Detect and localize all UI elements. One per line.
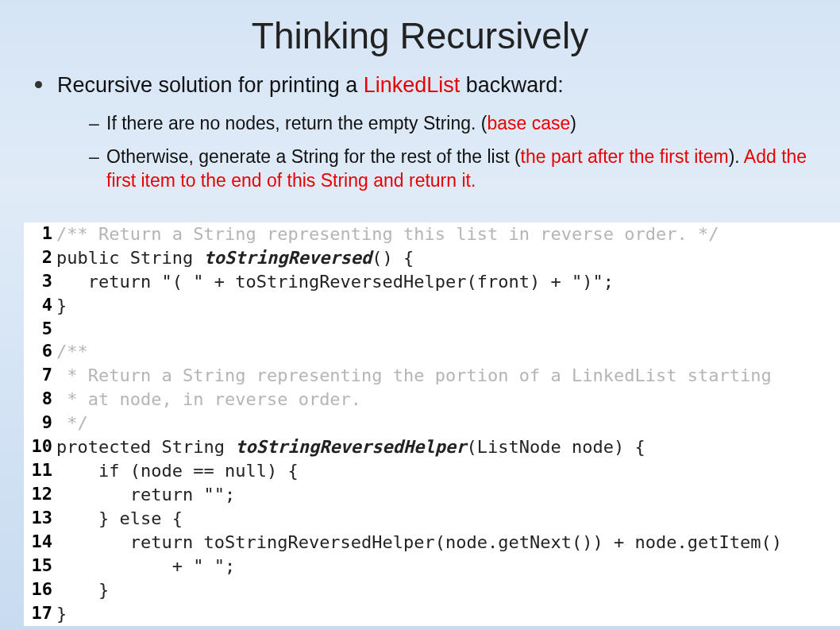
- code-line-13: } else {: [56, 507, 840, 531]
- code-line-17: }: [56, 602, 840, 626]
- code-l10a: protected String: [56, 437, 235, 457]
- sub2-red1: the part after the first item: [521, 146, 729, 167]
- code-l2c: () {: [372, 248, 414, 268]
- code-line-14: return toStringReversedHelper(node.getNe…: [56, 531, 840, 555]
- code-line-7: * Return a String representing the porti…: [56, 365, 772, 385]
- code-line-4: }: [56, 294, 840, 318]
- bullet-1: Recursive solution for printing a Linked…: [32, 72, 824, 193]
- sub-bullet-list: If there are no nodes, return the empty …: [57, 112, 824, 193]
- code-l10b: toStringReversedHelper: [235, 437, 466, 457]
- sub2-lead: Otherwise, generate a String for the res…: [106, 146, 521, 167]
- bullet-list: Recursive solution for printing a Linked…: [0, 72, 840, 193]
- code-line-6: /**: [56, 342, 88, 361]
- code-line-15: + " ";: [56, 555, 840, 578]
- slide-title: Thinking Recursively: [0, 0, 840, 64]
- bullet-1-lead: Recursive solution for printing a: [57, 73, 364, 97]
- sub-bullet-2: Otherwise, generate a String for the res…: [89, 145, 816, 193]
- sub1-tail: ): [570, 113, 576, 133]
- code-line-9: */: [56, 413, 88, 433]
- slide: Thinking Recursively Recursive solution …: [0, 0, 840, 630]
- sub-bullet-1: If there are no nodes, return the empty …: [89, 112, 816, 136]
- code-line-12: return "";: [56, 483, 840, 507]
- code-l2b: toStringReversed: [203, 248, 372, 268]
- bullet-1-tail: backward:: [460, 73, 564, 97]
- code-line-16: }: [56, 578, 840, 602]
- code-block: 1/** Return a String representing this l…: [24, 222, 840, 626]
- bullet-1-red: LinkedList: [364, 73, 460, 97]
- code-l10c: (ListNode node) {: [467, 437, 645, 457]
- code-line-8: * at node, in reverse order.: [56, 389, 361, 409]
- code-line-5: [56, 318, 840, 340]
- code-l2a: public String: [56, 248, 203, 268]
- sub1-lead: If there are no nodes, return the empty …: [106, 113, 487, 133]
- code-line-1: /** Return a String representing this li…: [56, 224, 719, 244]
- code-line-3: return "( " + toStringReversedHelper(fro…: [56, 270, 840, 294]
- sub2-mid: ).: [729, 146, 744, 167]
- sub1-red: base case: [487, 113, 570, 133]
- code-line-11: if (node == null) {: [56, 459, 840, 483]
